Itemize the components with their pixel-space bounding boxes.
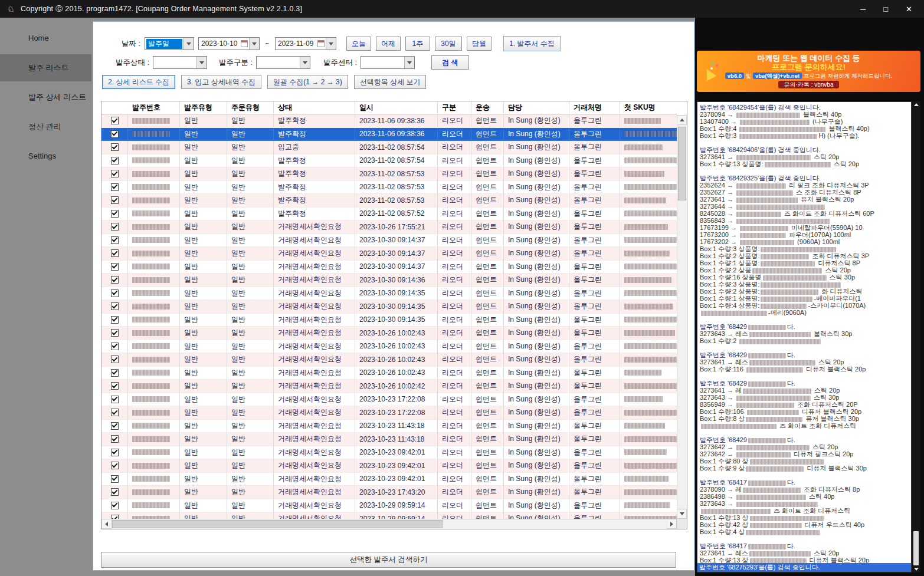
column-header-1[interactable]: 발주번호 <box>128 101 180 114</box>
table-row[interactable]: 일반일반거래명세서확인요청2023-10-30 09:14:37리오더쉽먼트In… <box>101 234 677 248</box>
scroll-up-button[interactable] <box>677 115 687 125</box>
order-center-select[interactable] <box>361 56 415 69</box>
log-scroll-track[interactable] <box>912 106 920 568</box>
table-row[interactable]: 일반일반발주확정2023-11-02 08:57:53리오더쉽먼트In Sung… <box>101 194 677 208</box>
row-checkbox[interactable] <box>111 369 119 377</box>
row-checkbox[interactable] <box>111 183 119 191</box>
log-scroll-thumb[interactable] <box>913 531 919 565</box>
row-checkbox[interactable] <box>111 409 119 416</box>
table-row[interactable]: 일반일반거래명세서확인요청2023-10-26 10:02:43리오더쉽먼트In… <box>101 327 677 340</box>
sidebar-item-2[interactable]: 발주 상세 리스트 <box>0 84 91 111</box>
table-row[interactable]: 일반일반거래명세서확인요청2023-10-26 10:02:43리오더쉽먼트In… <box>101 353 677 367</box>
scroll-down-button[interactable] <box>677 509 687 519</box>
row-checkbox[interactable] <box>111 276 119 284</box>
row-checkbox[interactable] <box>111 157 119 164</box>
scroll-right-button[interactable] <box>667 519 677 529</box>
table-row[interactable]: 일반일반거래명세서확인요청2023-10-30 09:14:36리오더쉽먼트In… <box>101 274 677 287</box>
row-checkbox[interactable] <box>111 343 119 350</box>
sidebar-item-4[interactable]: Settings <box>0 143 91 170</box>
column-header-6[interactable]: 구분 <box>438 101 471 114</box>
close-button[interactable]: ✕ <box>906 5 912 14</box>
log-scrollbar[interactable] <box>912 101 920 572</box>
scroll-left-button[interactable] <box>101 519 112 529</box>
column-header-8[interactable]: 담당 <box>504 101 569 114</box>
collect-orders-button[interactable]: 1. 발주서 수집 <box>503 36 561 51</box>
quick-date-button-1[interactable]: 어제 <box>376 37 401 51</box>
table-row[interactable]: 일반일반거래명세서확인요청2023-10-26 17:55:21리오더쉽먼트In… <box>101 220 677 234</box>
date-from-picker[interactable]: 2023-10-10 <box>198 37 260 50</box>
table-row[interactable]: 일반일반거래명세서확인요청2023-10-29 09:59:14리오더쉽먼트In… <box>101 499 677 513</box>
horizontal-scroll-thumb[interactable] <box>112 520 443 528</box>
row-checkbox[interactable] <box>111 143 119 151</box>
row-checkbox[interactable] <box>111 196 119 204</box>
row-checkbox[interactable] <box>111 170 119 177</box>
table-row[interactable]: 일반일반거래명세서확인요청2023-10-30 09:14:37리오더쉽먼트In… <box>101 261 677 274</box>
row-checkbox[interactable] <box>111 130 119 138</box>
order-status-select[interactable] <box>153 56 207 69</box>
table-row[interactable]: 일반일반발주확정2023-11-02 08:57:54리오더쉽먼트In Sung… <box>101 154 677 168</box>
row-checkbox[interactable] <box>111 117 119 124</box>
table-row[interactable]: 일반일반거래명세서확인요청2023-10-23 17:22:08리오더쉽먼트In… <box>101 393 677 407</box>
column-header-3[interactable]: 주문유형 <box>227 101 274 114</box>
row-checkbox[interactable] <box>111 210 119 218</box>
row-checkbox[interactable] <box>111 356 119 363</box>
row-checkbox[interactable] <box>111 263 119 271</box>
maximize-button[interactable]: □ <box>883 5 888 14</box>
row-checkbox[interactable] <box>111 396 119 403</box>
horizontal-scrollbar[interactable] <box>101 519 677 529</box>
action-button-2[interactable]: 일괄 수집(1 → 2 → 3) <box>267 75 348 89</box>
table-row[interactable]: 일반일반거래명세서확인요청2023-10-30 09:14:35리오더쉽먼트In… <box>101 287 677 301</box>
action-button-0[interactable]: 2. 상세 리스트 수집 <box>102 75 175 89</box>
row-checkbox[interactable] <box>111 422 119 430</box>
table-row[interactable]: 일반일반발주확정2023-11-02 08:57:53리오더쉽먼트In Sung… <box>101 167 677 181</box>
table-row[interactable]: 일반일반발주확정2023-11-02 08:57:52리오더쉽먼트In Sung… <box>101 208 677 221</box>
order-kind-select[interactable] <box>256 56 310 69</box>
table-row[interactable]: 일반일반거래명세서확인요청2023-10-23 11:43:18리오더쉽먼트In… <box>101 433 677 446</box>
row-checkbox[interactable] <box>111 289 119 297</box>
table-row[interactable]: 일반일반거래명세서확인요청2023-10-30 09:14:37리오더쉽먼트In… <box>101 247 677 261</box>
row-checkbox[interactable] <box>111 236 119 244</box>
quick-date-button-3[interactable]: 30일 <box>435 37 462 51</box>
row-checkbox[interactable] <box>111 302 119 310</box>
scroll-down-icon[interactable] <box>914 568 919 571</box>
minimize-button[interactable]: ─ <box>860 5 866 14</box>
row-checkbox[interactable] <box>111 488 119 496</box>
vertical-scroll-thumb[interactable] <box>678 127 686 200</box>
search-button[interactable]: 검 색 <box>431 55 469 70</box>
table-row[interactable]: 일반일반거래명세서확인요청2023-10-23 17:22:08리오더쉽먼트In… <box>101 406 677 420</box>
table-row[interactable]: 일반일반입고중2023-11-02 08:57:54리오더쉽먼트In Sung … <box>101 141 677 154</box>
table-row[interactable]: 일반일반거래명세서확인요청2023-10-26 10:02:42리오더쉽먼트In… <box>101 380 677 393</box>
quick-date-button-2[interactable]: 1주 <box>405 37 430 51</box>
table-row[interactable]: 일반일반거래명세서확인요청2023-10-23 17:43:20리오더쉽먼트In… <box>101 486 677 499</box>
ad-banner[interactable]: 마케팅 또는 웹 데이터 수집 등 프로그램 문의하세요! vb6.0 및 vb… <box>697 51 920 92</box>
row-checkbox[interactable] <box>111 329 119 337</box>
row-checkbox[interactable] <box>111 249 119 257</box>
sidebar-item-0[interactable]: Home <box>0 25 91 52</box>
row-checkbox[interactable] <box>111 502 119 509</box>
table-row[interactable]: 일반일반거래명세서확인요청2023-10-26 10:02:43리오더쉽먼트In… <box>101 367 677 380</box>
sidebar-item-3[interactable]: 정산 관리 <box>0 113 91 140</box>
row-checkbox[interactable] <box>111 382 119 390</box>
table-row[interactable]: 일반일반발주확정2023-11-06 09:38:36리오더쉽먼트In Sung… <box>101 114 677 128</box>
table-row[interactable]: 일반일반거래명세서확인요청2023-10-23 09:42:01리오더쉽먼트In… <box>101 473 677 486</box>
column-header-2[interactable]: 발주유형 <box>180 101 227 114</box>
row-checkbox[interactable] <box>111 475 119 483</box>
table-row[interactable]: 일반일반거래명세서확인요청2023-10-23 09:42:01리오더쉽먼트In… <box>101 446 677 460</box>
search-selected-orders-button[interactable]: 선택한 발주서 검색하기 <box>101 552 676 568</box>
table-row[interactable]: 일반일반발주확정2023-11-06 09:38:36리오더쉽먼트In Sung… <box>101 128 677 141</box>
sidebar-item-1[interactable]: 발주 리스트 <box>0 54 91 81</box>
row-checkbox[interactable] <box>111 316 119 324</box>
table-row[interactable]: 일반일반거래명세서확인요청2023-10-23 09:42:01리오더쉽먼트In… <box>101 459 677 473</box>
row-checkbox[interactable] <box>111 449 119 456</box>
row-checkbox[interactable] <box>111 223 119 231</box>
action-button-1[interactable]: 3. 입고 상세내역 수집 <box>181 75 261 89</box>
column-header-7[interactable]: 운송 <box>471 101 504 114</box>
action-button-3[interactable]: 선택항목 상세 보기 <box>354 75 427 89</box>
table-row[interactable]: 일반일반거래명세서확인요청2023-10-30 09:14:35리오더쉽먼트In… <box>101 314 677 327</box>
table-row[interactable]: 일반일반거래명세서확인요청2023-10-30 09:14:35리오더쉽먼트In… <box>101 300 677 314</box>
date-type-select[interactable]: 발주일 <box>145 37 194 50</box>
vertical-scrollbar[interactable] <box>677 115 687 519</box>
column-header-10[interactable]: 첫 SKU명 <box>620 101 677 114</box>
column-header-5[interactable]: 일시 <box>355 101 438 114</box>
quick-date-button-4[interactable]: 당월 <box>467 37 492 51</box>
